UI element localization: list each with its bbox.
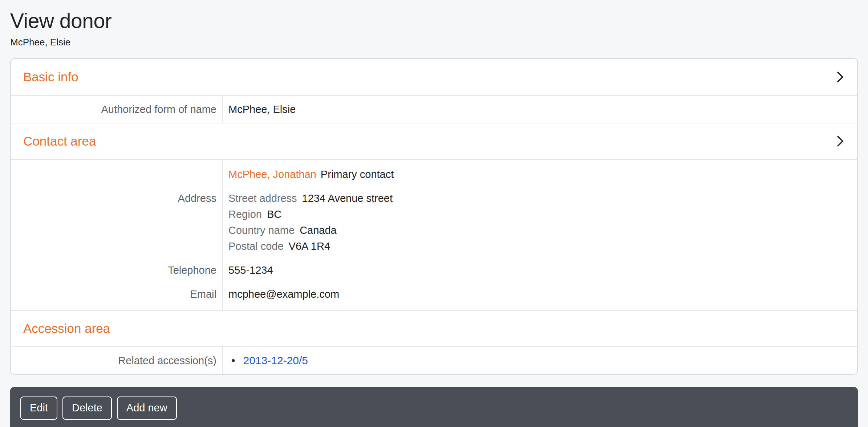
chevron-right-icon[interactable] <box>836 134 844 148</box>
edit-button[interactable]: Edit <box>20 396 57 420</box>
page: View donor McPhee, Elsie Basic info Auth… <box>0 9 868 375</box>
delete-button[interactable]: Delete <box>62 396 112 420</box>
field-label-address: Address <box>11 186 223 258</box>
chevron-right-icon[interactable] <box>836 70 844 84</box>
donor-details-card: Basic info Authorized form of name McPhe… <box>10 58 858 375</box>
section-header-basic-info[interactable]: Basic info <box>11 59 857 95</box>
address-sub-label: Street address <box>228 190 297 206</box>
field-value: McPhee, Elsie <box>223 96 857 123</box>
action-bar: Edit Delete Add new <box>10 387 858 427</box>
address-sub-label: Postal code <box>228 238 284 254</box>
address-sub-label: Region <box>228 206 262 222</box>
address-sub-value: Canada <box>300 222 337 238</box>
field-label-empty <box>11 160 223 186</box>
address-sub-value: BC <box>267 206 281 222</box>
section-title-contact-area: Contact area <box>23 134 96 149</box>
field-label-telephone: Telephone <box>11 258 223 282</box>
page-subtitle: McPhee, Elsie <box>10 37 858 48</box>
field-label: Authorized form of name <box>11 96 223 123</box>
address-line: Region BC <box>228 206 851 222</box>
address-fields: Street address 1234 Avenue street Region… <box>223 186 857 258</box>
list-bullet: • <box>231 353 235 369</box>
primary-contact-suffix: Primary contact <box>321 166 394 182</box>
field-row-authorized-form-of-name: Authorized form of name McPhee, Elsie <box>11 95 857 123</box>
section-header-accession-area: Accession area <box>11 310 857 346</box>
field-value-telephone: 555-1234 <box>223 258 857 282</box>
section-header-contact-area[interactable]: Contact area <box>11 123 857 159</box>
related-accession-link[interactable]: 2013-12-20/5 <box>243 353 308 369</box>
add-new-button[interactable]: Add new <box>117 396 177 420</box>
address-line: Street address 1234 Avenue street <box>228 190 851 206</box>
address-sub-value: 1234 Avenue street <box>302 190 393 206</box>
page-title: View donor <box>10 9 858 32</box>
address-line: Country name Canada <box>228 222 851 238</box>
address-line: Postal code V6A 1R4 <box>228 238 851 254</box>
field-value-related-accessions: • 2013-12-20/5 <box>223 347 857 374</box>
field-row-related-accessions: Related accession(s) • 2013-12-20/5 <box>11 346 857 374</box>
section-title-accession-area: Accession area <box>23 321 110 336</box>
field-label-email: Email <box>11 282 223 310</box>
contact-block: McPhee, Jonathan Primary contact Address… <box>11 159 857 310</box>
address-sub-value: V6A 1R4 <box>289 238 330 254</box>
section-title-basic-info: Basic info <box>23 70 78 84</box>
field-value-email: mcphee@example.com <box>223 282 857 310</box>
primary-contact-line: McPhee, Jonathan Primary contact <box>223 160 857 186</box>
field-label-related-accessions: Related accession(s) <box>11 347 223 374</box>
address-sub-label: Country name <box>228 222 295 238</box>
primary-contact-link[interactable]: McPhee, Jonathan <box>228 166 316 182</box>
